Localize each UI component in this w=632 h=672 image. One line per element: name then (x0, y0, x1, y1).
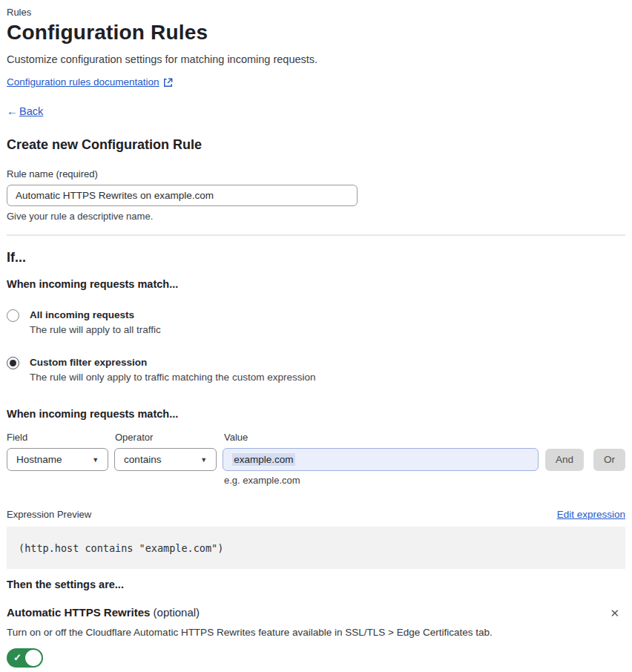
rule-name-input[interactable] (7, 185, 358, 206)
setting-title-name: Automatic HTTPS Rewrites (7, 606, 150, 619)
builder-heading: When incoming requests match... (7, 408, 625, 420)
value-input-text: example.com (232, 453, 294, 466)
radio-description: The rule will apply to all traffic (30, 324, 161, 336)
field-label: Field (7, 432, 115, 443)
operator-select-value: contains (124, 454, 161, 465)
setting-description: Turn on or off the Cloudflare Automatic … (7, 627, 625, 638)
radio-label: Custom filter expression (30, 356, 315, 369)
radio-custom-filter-expression[interactable]: Custom filter expression The rule will o… (7, 356, 625, 383)
breadcrumb: Rules (7, 7, 625, 18)
value-input[interactable]: example.com (223, 448, 539, 471)
section-divider (7, 234, 625, 236)
configuration-rules-page: Rules Configuration Rules Customize conf… (0, 0, 632, 668)
then-settings-heading: Then the settings are... (7, 579, 625, 590)
expression-preview-code: (http.host contains "example.com") (7, 527, 625, 569)
operator-label: Operator (115, 432, 224, 443)
field-select[interactable]: Hostname ▼ (7, 448, 108, 471)
chevron-down-icon: ▼ (92, 456, 99, 464)
rule-name-label: Rule name (required) (7, 168, 625, 179)
back-link[interactable]: ← Back (7, 105, 625, 117)
page-subtitle: Customize configuration settings for mat… (7, 53, 625, 65)
match-heading: When incoming requests match... (7, 278, 625, 290)
radio-all-incoming-requests[interactable]: All incoming requests The rule will appl… (7, 309, 625, 336)
back-arrow-icon: ← (7, 105, 18, 117)
check-icon: ✓ (13, 652, 22, 663)
setting-title: Automatic HTTPS Rewrites (optional) (7, 606, 200, 619)
close-icon[interactable]: ✕ (608, 606, 621, 620)
radio-description: The rule will only apply to traffic matc… (30, 372, 315, 383)
value-helper: e.g. example.com (224, 475, 625, 486)
rule-name-helper: Give your rule a descriptive name. (7, 211, 625, 222)
documentation-link[interactable]: Configuration rules documentation (7, 76, 159, 88)
or-button[interactable]: Or (593, 449, 625, 471)
expression-code-text: (http.host contains "example.com") (19, 542, 223, 554)
radio-label: All incoming requests (30, 309, 161, 321)
field-select-value: Hostname (16, 454, 62, 465)
chevron-down-icon: ▼ (200, 456, 207, 464)
radio-button[interactable] (7, 309, 19, 322)
and-button[interactable]: And (545, 449, 584, 471)
setting-optional-tag: (optional) (154, 606, 200, 619)
if-heading: If... (7, 250, 625, 266)
page-title: Configuration Rules (7, 20, 625, 45)
edit-expression-link[interactable]: Edit expression (557, 509, 625, 520)
value-label: Value (224, 432, 248, 443)
operator-select[interactable]: contains ▼ (114, 448, 217, 471)
back-link-label: Back (19, 105, 43, 117)
toggle-knob (25, 650, 42, 666)
radio-button[interactable] (7, 357, 19, 369)
create-rule-title: Create new Configuration Rule (7, 137, 625, 153)
external-link-icon (163, 78, 173, 88)
expression-preview-label: Expression Preview (7, 509, 91, 520)
setting-toggle[interactable]: ✓ (7, 648, 43, 668)
